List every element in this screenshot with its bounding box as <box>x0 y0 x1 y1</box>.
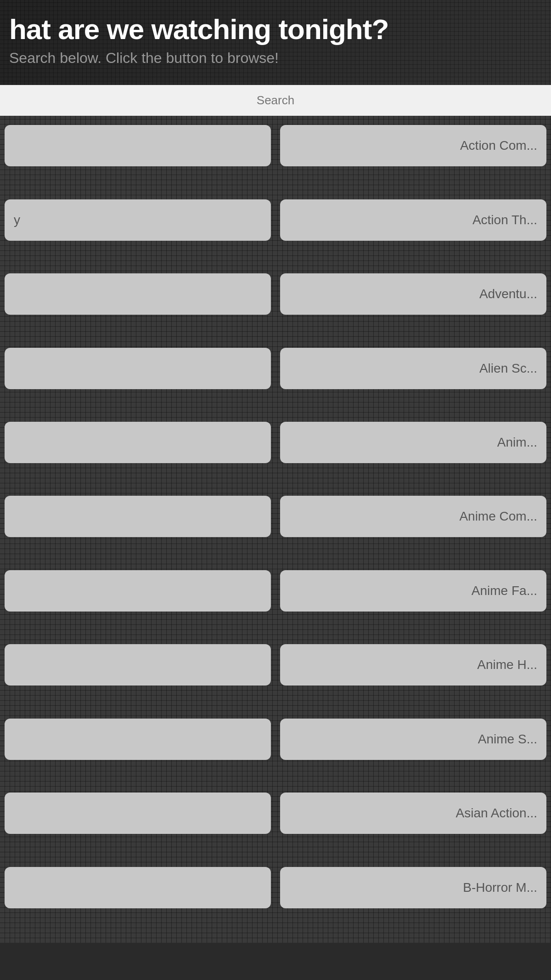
search-input[interactable] <box>9 93 542 108</box>
genre-button-action-thriller[interactable]: Action Th... <box>280 199 546 241</box>
genre-button-left-8[interactable] <box>5 644 271 685</box>
genre-button-anime-fa[interactable]: Anime Fa... <box>280 570 546 612</box>
genre-button-left-3[interactable] <box>5 273 271 315</box>
genre-button-left-6[interactable] <box>5 496 271 537</box>
genre-button-anime-h[interactable]: Anime H... <box>280 644 546 685</box>
genre-button-left-11[interactable] <box>5 867 271 908</box>
genre-button-left-7[interactable] <box>5 570 271 612</box>
genre-button-anime[interactable]: Anim... <box>280 422 546 463</box>
genre-button-b-horror[interactable]: B-Horror M... <box>280 867 546 908</box>
genre-button-left-9[interactable] <box>5 719 271 760</box>
genre-button-alien-sc[interactable]: Alien Sc... <box>280 348 546 389</box>
genre-grid: Action Com...yAction Th...Adventu...Alie… <box>0 116 551 943</box>
genre-button-asian-action[interactable]: Asian Action... <box>280 793 546 834</box>
genre-button-left-2[interactable]: y <box>5 199 271 241</box>
genre-button-left-5[interactable] <box>5 422 271 463</box>
genre-button-action-comedy[interactable]: Action Com... <box>280 125 546 166</box>
genre-button-anime-com[interactable]: Anime Com... <box>280 496 546 537</box>
header: hat are we watching tonight? Search belo… <box>0 0 551 85</box>
genre-button-left-4[interactable] <box>5 348 271 389</box>
genre-button-anime-s[interactable]: Anime S... <box>280 719 546 760</box>
header-title: hat are we watching tonight? <box>9 14 542 45</box>
header-subtitle: Search below. Click the button to browse… <box>9 50 542 67</box>
genre-button-left-10[interactable] <box>5 793 271 834</box>
genre-button-adventure[interactable]: Adventu... <box>280 273 546 315</box>
genre-button-left-1[interactable] <box>5 125 271 166</box>
search-bar-container <box>0 85 551 116</box>
